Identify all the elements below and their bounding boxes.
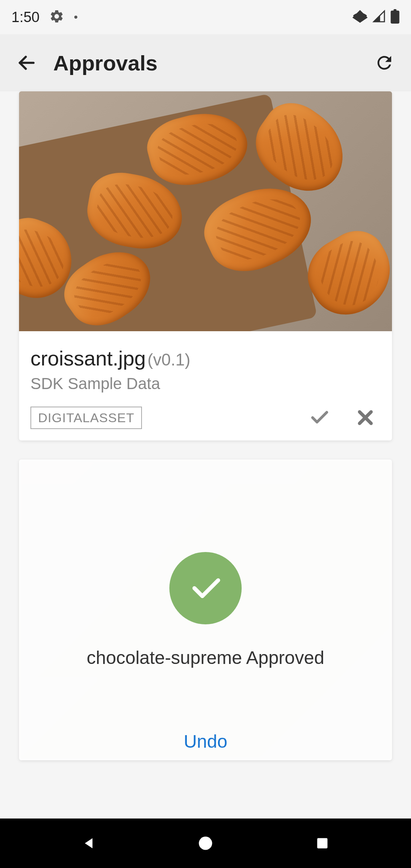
card-subtitle: SDK Sample Data xyxy=(30,375,381,393)
navigation-bar xyxy=(0,819,411,868)
check-circle-icon xyxy=(169,552,242,624)
refresh-button[interactable] xyxy=(369,48,400,78)
signal-icon xyxy=(372,10,386,24)
card-filename: croissant.jpg xyxy=(30,347,146,370)
battery-icon xyxy=(390,9,400,25)
approved-card: chocolate-supreme Approved Undo xyxy=(19,460,392,760)
dot-icon: • xyxy=(74,11,78,24)
approve-button[interactable] xyxy=(308,406,331,429)
nav-back-button[interactable] xyxy=(73,828,104,858)
svg-rect-0 xyxy=(391,11,400,24)
approved-status-text: chocolate-supreme Approved xyxy=(87,647,324,668)
nav-recent-button[interactable] xyxy=(307,828,338,858)
reject-button[interactable] xyxy=(354,406,377,429)
page-title: Approvals xyxy=(53,51,158,75)
card-version: (v0.1) xyxy=(148,350,190,369)
wifi-icon xyxy=(352,10,368,24)
svg-rect-1 xyxy=(393,9,397,11)
nav-home-button[interactable] xyxy=(190,828,221,858)
approval-card[interactable]: croissant.jpg (v0.1) SDK Sample Data DIG… xyxy=(19,91,392,440)
app-bar: Approvals xyxy=(0,34,411,91)
svg-rect-6 xyxy=(317,838,327,849)
card-image xyxy=(19,91,392,331)
svg-point-5 xyxy=(199,837,212,850)
asset-tag: DIGITALASSET xyxy=(30,407,142,429)
status-bar: 1:50 • xyxy=(0,0,411,34)
gear-icon xyxy=(49,9,64,26)
status-time: 1:50 xyxy=(11,9,40,26)
undo-button[interactable]: Undo xyxy=(19,731,392,752)
back-button[interactable] xyxy=(11,48,42,78)
